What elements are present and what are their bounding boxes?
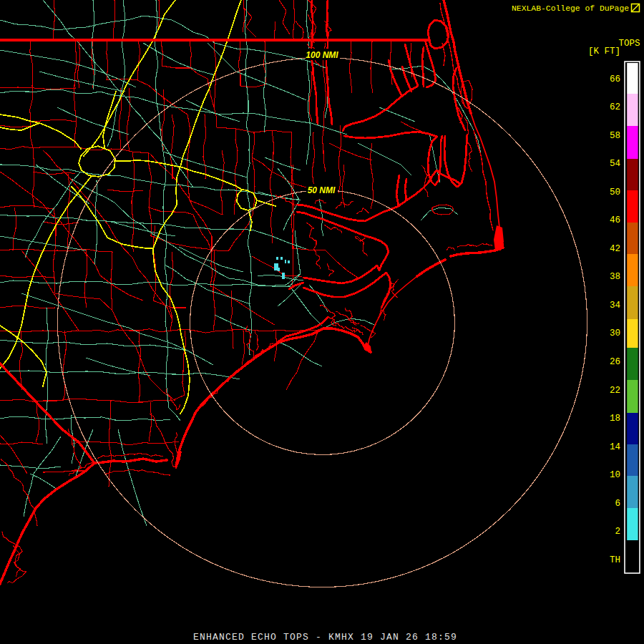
svg-text:66: 66 [610, 74, 620, 84]
svg-text:50: 50 [610, 187, 620, 197]
svg-text:50 NMI: 50 NMI [308, 185, 336, 195]
svg-text:2: 2 [615, 527, 620, 537]
svg-text:62: 62 [610, 102, 620, 112]
svg-text:42: 42 [610, 244, 620, 254]
svg-text:30: 30 [610, 328, 620, 338]
svg-text:[K FT]: [K FT] [588, 47, 620, 57]
svg-text:34: 34 [610, 301, 620, 311]
svg-text:22: 22 [610, 386, 620, 396]
svg-text:58: 58 [610, 131, 620, 141]
svg-text:18: 18 [610, 414, 620, 424]
svg-text:10: 10 [610, 470, 620, 480]
svg-text:TOPS: TOPS [618, 39, 640, 49]
svg-text:6: 6 [615, 499, 620, 509]
svg-text:NEXLAB-College of DuPage: NEXLAB-College of DuPage [512, 4, 629, 13]
svg-text:26: 26 [610, 357, 620, 367]
svg-text:38: 38 [610, 272, 620, 282]
svg-text:14: 14 [610, 442, 620, 452]
svg-text:46: 46 [610, 215, 620, 225]
svg-text:TH: TH [610, 555, 620, 565]
svg-text:ENHANCED ECHO TOPS - KMHX 19 J: ENHANCED ECHO TOPS - KMHX 19 JAN 26 18:5… [193, 632, 457, 643]
svg-text:100 NMI: 100 NMI [306, 50, 338, 60]
svg-text:54: 54 [610, 159, 620, 169]
